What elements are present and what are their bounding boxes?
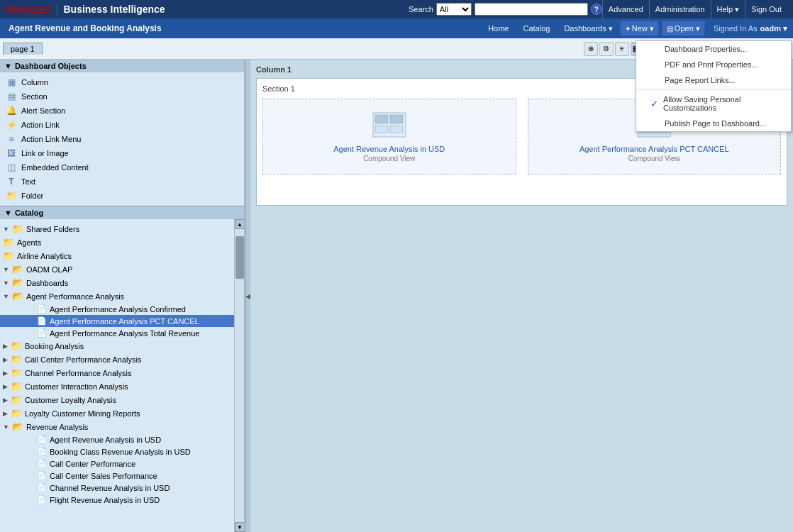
expand-icon: ▶ — [3, 383, 8, 390]
catalog-item-flight-revenue[interactable]: 📄 Flight Revenue Analysis in USD — [0, 494, 234, 506]
dropdown-menu: Dashboard Properties... PDF and Print Pr… — [636, 40, 792, 132]
menu-item-label: Dashboard Properties... — [665, 45, 747, 53]
menu-item-publish-page[interactable]: Publish Page to Dashboard... — [636, 116, 791, 131]
catalog-item-label: Airline Analytics — [17, 252, 72, 260]
top-bar: ORACLE ® Business Intelligence Search Al… — [0, 0, 793, 18]
catalog-item-callcenter-sales[interactable]: 📄 Call Center Sales Performance — [0, 470, 234, 482]
signout-link[interactable]: Sign Out — [745, 0, 787, 18]
menu-item-allow-saving[interactable]: ✓ Allow Saving Personal Customizations — [636, 92, 791, 116]
scroll-up-button[interactable]: ▲ — [235, 219, 244, 229]
search-dropdown[interactable]: All — [436, 3, 472, 16]
svg-rect-1 — [375, 115, 388, 123]
catalog-item-loyalty-mining[interactable]: ▶ 📁 Loyalty Customer Mining Reports — [0, 406, 234, 420]
page-tab[interactable]: page 1 — [3, 43, 43, 55]
do-item-link-image[interactable]: 🖼 Link or Image — [0, 146, 244, 160]
analysis-icon-1 — [372, 111, 407, 139]
file-icon: 📄 — [37, 435, 47, 444]
catalog-item-label: Customer Interaction Analysis — [25, 382, 128, 391]
expand-icon: ▶ — [3, 370, 8, 377]
open-button[interactable]: ▤ Open ▾ — [662, 21, 705, 36]
do-item-action-link[interactable]: ⚡ Action Link — [0, 118, 244, 132]
do-item-embedded[interactable]: ◫ Embedded Content — [0, 160, 244, 174]
file-icon: 📄 — [37, 459, 47, 468]
catalog-item-callcenter-perf[interactable]: ▶ 📁 Call Center Performance Analysis — [0, 353, 234, 366]
new-button[interactable]: ✦ New ▾ — [620, 21, 659, 36]
oracle-superscript: ® — [45, 4, 52, 15]
do-item-folder[interactable]: 📁 Folder — [0, 189, 244, 203]
catalog-item-customer-interaction[interactable]: ▶ 📁 Customer Interaction Analysis — [0, 379, 234, 393]
catalog-item-customer-loyalty[interactable]: ▶ 📁 Customer Loyalty Analysis — [0, 393, 234, 406]
alert-icon: 🔔 — [6, 105, 17, 116]
report-links-icon[interactable]: ≡ — [615, 42, 629, 56]
catalog-item-label: Dashboards — [26, 279, 68, 287]
menu-item-dashboard-properties[interactable]: Dashboard Properties... — [636, 41, 791, 57]
file-icon: 📄 — [37, 447, 47, 456]
catalog-item-channel-perf[interactable]: ▶ 📁 Channel Performance Analysis — [0, 366, 234, 379]
catalog-item-label: Channel Revenue Analysis in USD — [50, 484, 170, 492]
catalog-item-label: Booking Analysis — [25, 342, 84, 350]
home-nav[interactable]: Home — [481, 18, 516, 38]
catalog-item-agent-perf-confirmed[interactable]: 📄 Agent Performance Analysis Confirmed — [0, 303, 234, 315]
file-icon: 📄 — [37, 483, 47, 492]
folder-icon: 📁 — [11, 354, 22, 365]
dashboard-title: Agent Revenue and Booking Analysis — [6, 23, 481, 33]
catalog-section: ▼ Catalog ▼ 📁 Shared Folders 📁 Agents — [0, 206, 244, 532]
catalog-item-callcenter-perf2[interactable]: 📄 Call Center Performance — [0, 458, 234, 470]
catalog-item-label: Revenue Analysis — [26, 423, 88, 431]
administration-link[interactable]: Administration — [649, 0, 711, 18]
do-item-section[interactable]: ▤ Section — [0, 89, 244, 104]
search-input[interactable] — [475, 3, 588, 16]
signed-in-label: Signed In As — [714, 24, 758, 33]
search-label: Search — [409, 5, 433, 13]
catalog-item-agent-revenue-usd[interactable]: 📄 Agent Revenue Analysis in USD — [0, 433, 234, 445]
add-icon[interactable]: ⊕ — [584, 42, 598, 56]
analysis-name-2: Agent Performance Analysis PCT CANCEL — [580, 145, 729, 153]
oracle-logo: ORACLE ® — [6, 4, 51, 15]
folder-icon: 📁 — [11, 381, 22, 392]
menu-item-pdf-print[interactable]: PDF and Print Properties... — [636, 57, 791, 72]
catalog-item-dashboards[interactable]: ▼ 📂 Dashboards — [0, 276, 234, 289]
catalog-scrollbar: ▲ ▼ — [234, 219, 244, 532]
do-item-text[interactable]: T Text — [0, 174, 244, 189]
menu-item-page-report[interactable]: Page Report Links... — [636, 72, 791, 88]
catalog-item-label: Booking Class Revenue Analysis in USD — [50, 448, 191, 456]
folder-icon: 📁 — [3, 250, 14, 261]
scroll-down-button[interactable]: ▼ — [235, 522, 244, 532]
analysis-card-1[interactable]: Agent Revenue Analysis in USD Compound V… — [262, 99, 516, 174]
collapse-handle[interactable]: ◀ — [245, 60, 250, 532]
advanced-link[interactable]: Advanced — [602, 0, 649, 18]
catalog-item-agents[interactable]: 📁 Agents — [0, 235, 234, 249]
catalog-item-airline[interactable]: 📁 Airline Analytics — [0, 249, 234, 262]
help-link[interactable]: Help ▾ — [711, 0, 745, 18]
folder-open-icon: 📂 — [12, 421, 23, 432]
dashboard-objects-header[interactable]: ▼ Dashboard Objects — [0, 60, 244, 72]
catalog-item-label: Agent Performance Analysis Total Revenue — [50, 329, 199, 338]
folder-icon: 📁 — [3, 237, 14, 248]
help-info-icon[interactable]: ? — [591, 4, 602, 15]
catalog-item-agent-perf[interactable]: ▼ 📂 Agent Performance Analysis — [0, 289, 234, 303]
column-icon: ▦ — [6, 77, 17, 88]
catalog-item-channel-revenue[interactable]: 📄 Channel Revenue Analysis in USD — [0, 482, 234, 494]
second-bar: Agent Revenue and Booking Analysis Home … — [0, 18, 793, 38]
dashboards-nav[interactable]: Dashboards ▾ — [557, 18, 619, 38]
catalog-item-booking[interactable]: ▶ 📁 Booking Analysis — [0, 339, 234, 353]
catalog-item-oadm[interactable]: ▼ 📂 OADM OLAP — [0, 262, 234, 276]
catalog-content: ▼ 📁 Shared Folders 📁 Agents 📁 Airline An… — [0, 219, 244, 532]
do-item-label: Folder — [21, 192, 43, 200]
catalog-shared-folders[interactable]: ▼ 📁 Shared Folders — [0, 222, 234, 235]
catalog-item-agent-perf-pct[interactable]: 📄 Agent Performance Analysis PCT CANCEL — [0, 315, 234, 327]
catalog-item-booking-class[interactable]: 📄 Booking Class Revenue Analysis in USD — [0, 445, 234, 458]
scroll-thumb[interactable] — [235, 236, 244, 279]
properties-icon[interactable]: ⚙ — [599, 42, 614, 56]
folder-icon: 📁 — [11, 408, 22, 419]
do-item-alert[interactable]: 🔔 Alert Section — [0, 104, 244, 118]
do-item-column[interactable]: ▦ Column — [0, 75, 244, 89]
catalog-item-agent-perf-total[interactable]: 📄 Agent Performance Analysis Total Reven… — [0, 327, 234, 339]
left-panel: ▼ Dashboard Objects ▦ Column ▤ Section 🔔… — [0, 60, 245, 532]
username-label[interactable]: oadm ▾ — [760, 24, 787, 33]
catalog-item-label: Loyalty Customer Mining Reports — [25, 409, 140, 418]
catalog-item-revenue[interactable]: ▼ 📂 Revenue Analysis — [0, 420, 234, 433]
catalog-header[interactable]: ▼ Catalog — [0, 206, 244, 219]
catalog-nav[interactable]: Catalog — [516, 18, 557, 38]
do-item-action-link-menu[interactable]: ≡ Action Link Menu — [0, 132, 244, 146]
